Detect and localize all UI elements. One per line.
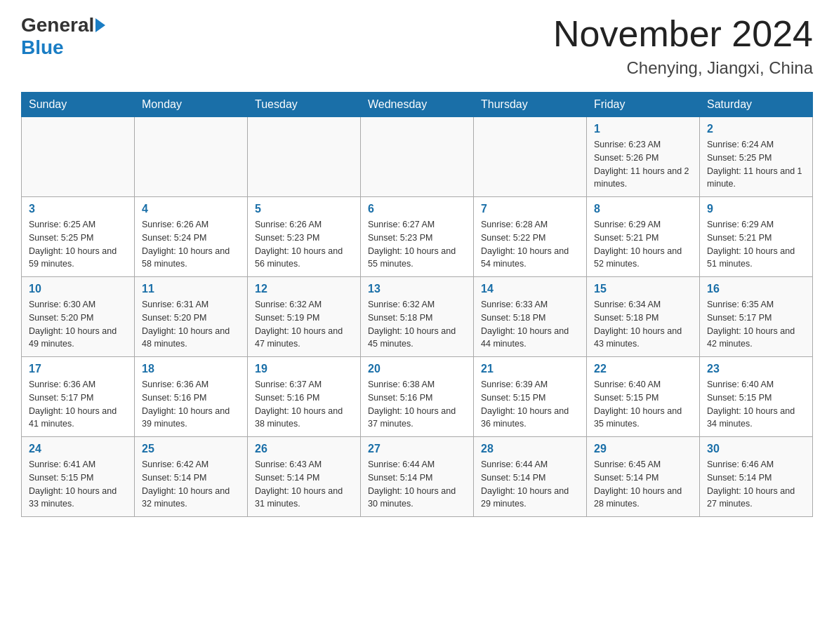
- calendar-cell: 23Sunrise: 6:40 AM Sunset: 5:15 PM Dayli…: [700, 357, 813, 437]
- calendar-week-row: 17Sunrise: 6:36 AM Sunset: 5:17 PM Dayli…: [22, 357, 813, 437]
- day-info: Sunrise: 6:33 AM Sunset: 5:18 PM Dayligh…: [481, 298, 579, 351]
- day-info: Sunrise: 6:37 AM Sunset: 5:16 PM Dayligh…: [255, 378, 353, 431]
- day-of-week-header: Saturday: [700, 93, 813, 117]
- day-info: Sunrise: 6:26 AM Sunset: 5:24 PM Dayligh…: [142, 218, 240, 271]
- day-info: Sunrise: 6:40 AM Sunset: 5:15 PM Dayligh…: [707, 378, 805, 431]
- calendar-cell: 2Sunrise: 6:24 AM Sunset: 5:25 PM Daylig…: [700, 117, 813, 197]
- day-number: 11: [142, 283, 240, 295]
- calendar-cell: 8Sunrise: 6:29 AM Sunset: 5:21 PM Daylig…: [587, 197, 700, 277]
- calendar-cell: 18Sunrise: 6:36 AM Sunset: 5:16 PM Dayli…: [135, 357, 248, 437]
- day-info: Sunrise: 6:44 AM Sunset: 5:14 PM Dayligh…: [368, 458, 466, 511]
- day-info: Sunrise: 6:38 AM Sunset: 5:16 PM Dayligh…: [368, 378, 466, 431]
- day-info: Sunrise: 6:24 AM Sunset: 5:25 PM Dayligh…: [707, 138, 805, 191]
- day-number: 2: [707, 123, 805, 135]
- day-info: Sunrise: 6:34 AM Sunset: 5:18 PM Dayligh…: [594, 298, 692, 351]
- day-info: Sunrise: 6:45 AM Sunset: 5:14 PM Dayligh…: [594, 458, 692, 511]
- calendar-cell: 11Sunrise: 6:31 AM Sunset: 5:20 PM Dayli…: [135, 277, 248, 357]
- calendar-cell: 30Sunrise: 6:46 AM Sunset: 5:14 PM Dayli…: [700, 437, 813, 517]
- day-number: 20: [368, 363, 466, 375]
- day-number: 1: [594, 123, 692, 135]
- calendar-cell: 14Sunrise: 6:33 AM Sunset: 5:18 PM Dayli…: [474, 277, 587, 357]
- day-info: Sunrise: 6:27 AM Sunset: 5:23 PM Dayligh…: [368, 218, 466, 271]
- calendar-cell: 19Sunrise: 6:37 AM Sunset: 5:16 PM Dayli…: [248, 357, 361, 437]
- calendar-cell: [361, 117, 474, 197]
- day-info: Sunrise: 6:32 AM Sunset: 5:18 PM Dayligh…: [368, 298, 466, 351]
- day-number: 9: [707, 203, 805, 215]
- calendar-cell: [135, 117, 248, 197]
- day-info: Sunrise: 6:36 AM Sunset: 5:17 PM Dayligh…: [29, 378, 127, 431]
- calendar-cell: 4Sunrise: 6:26 AM Sunset: 5:24 PM Daylig…: [135, 197, 248, 277]
- day-number: 24: [29, 443, 127, 455]
- calendar-cell: 21Sunrise: 6:39 AM Sunset: 5:15 PM Dayli…: [474, 357, 587, 437]
- page-header: General Blue November 2024 Chenying, Jia…: [21, 14, 813, 78]
- calendar-week-row: 10Sunrise: 6:30 AM Sunset: 5:20 PM Dayli…: [22, 277, 813, 357]
- day-number: 8: [594, 203, 692, 215]
- day-number: 23: [707, 363, 805, 375]
- day-number: 27: [368, 443, 466, 455]
- calendar-cell: 9Sunrise: 6:29 AM Sunset: 5:21 PM Daylig…: [700, 197, 813, 277]
- calendar-table: SundayMondayTuesdayWednesdayThursdayFrid…: [21, 92, 813, 517]
- day-number: 16: [707, 283, 805, 295]
- day-number: 29: [594, 443, 692, 455]
- calendar-cell: 15Sunrise: 6:34 AM Sunset: 5:18 PM Dayli…: [587, 277, 700, 357]
- calendar-cell: [22, 117, 135, 197]
- calendar-cell: 17Sunrise: 6:36 AM Sunset: 5:17 PM Dayli…: [22, 357, 135, 437]
- calendar-cell: 13Sunrise: 6:32 AM Sunset: 5:18 PM Dayli…: [361, 277, 474, 357]
- day-number: 5: [255, 203, 353, 215]
- calendar-cell: 25Sunrise: 6:42 AM Sunset: 5:14 PM Dayli…: [135, 437, 248, 517]
- calendar-cell: 22Sunrise: 6:40 AM Sunset: 5:15 PM Dayli…: [587, 357, 700, 437]
- calendar-cell: 5Sunrise: 6:26 AM Sunset: 5:23 PM Daylig…: [248, 197, 361, 277]
- calendar-cell: 3Sunrise: 6:25 AM Sunset: 5:25 PM Daylig…: [22, 197, 135, 277]
- calendar-cell: 27Sunrise: 6:44 AM Sunset: 5:14 PM Dayli…: [361, 437, 474, 517]
- day-info: Sunrise: 6:32 AM Sunset: 5:19 PM Dayligh…: [255, 298, 353, 351]
- day-info: Sunrise: 6:29 AM Sunset: 5:21 PM Dayligh…: [707, 218, 805, 271]
- day-number: 26: [255, 443, 353, 455]
- calendar-cell: 28Sunrise: 6:44 AM Sunset: 5:14 PM Dayli…: [474, 437, 587, 517]
- calendar-week-row: 1Sunrise: 6:23 AM Sunset: 5:26 PM Daylig…: [22, 117, 813, 197]
- day-info: Sunrise: 6:28 AM Sunset: 5:22 PM Dayligh…: [481, 218, 579, 271]
- day-number: 21: [481, 363, 579, 375]
- day-info: Sunrise: 6:26 AM Sunset: 5:23 PM Dayligh…: [255, 218, 353, 271]
- day-of-week-header: Friday: [587, 93, 700, 117]
- day-number: 17: [29, 363, 127, 375]
- day-of-week-header: Wednesday: [361, 93, 474, 117]
- location-title: Chenying, Jiangxi, China: [553, 58, 813, 78]
- day-info: Sunrise: 6:43 AM Sunset: 5:14 PM Dayligh…: [255, 458, 353, 511]
- day-of-week-header: Thursday: [474, 93, 587, 117]
- logo-blue-text: Blue: [21, 36, 64, 59]
- day-number: 22: [594, 363, 692, 375]
- title-area: November 2024 Chenying, Jiangxi, China: [553, 14, 813, 78]
- calendar-week-row: 24Sunrise: 6:41 AM Sunset: 5:15 PM Dayli…: [22, 437, 813, 517]
- day-info: Sunrise: 6:40 AM Sunset: 5:15 PM Dayligh…: [594, 378, 692, 431]
- logo: General Blue: [21, 14, 107, 59]
- day-of-week-header: Tuesday: [248, 93, 361, 117]
- calendar-cell: 26Sunrise: 6:43 AM Sunset: 5:14 PM Dayli…: [248, 437, 361, 517]
- day-of-week-header: Sunday: [22, 93, 135, 117]
- day-info: Sunrise: 6:36 AM Sunset: 5:16 PM Dayligh…: [142, 378, 240, 431]
- calendar-cell: 12Sunrise: 6:32 AM Sunset: 5:19 PM Dayli…: [248, 277, 361, 357]
- day-number: 30: [707, 443, 805, 455]
- day-number: 3: [29, 203, 127, 215]
- day-number: 15: [594, 283, 692, 295]
- day-number: 7: [481, 203, 579, 215]
- day-info: Sunrise: 6:39 AM Sunset: 5:15 PM Dayligh…: [481, 378, 579, 431]
- day-info: Sunrise: 6:30 AM Sunset: 5:20 PM Dayligh…: [29, 298, 127, 351]
- day-number: 13: [368, 283, 466, 295]
- day-info: Sunrise: 6:23 AM Sunset: 5:26 PM Dayligh…: [594, 138, 692, 191]
- calendar-cell: [248, 117, 361, 197]
- calendar-header-row: SundayMondayTuesdayWednesdayThursdayFrid…: [22, 93, 813, 117]
- calendar-cell: 6Sunrise: 6:27 AM Sunset: 5:23 PM Daylig…: [361, 197, 474, 277]
- day-number: 14: [481, 283, 579, 295]
- calendar-cell: 29Sunrise: 6:45 AM Sunset: 5:14 PM Dayli…: [587, 437, 700, 517]
- calendar-week-row: 3Sunrise: 6:25 AM Sunset: 5:25 PM Daylig…: [22, 197, 813, 277]
- day-info: Sunrise: 6:31 AM Sunset: 5:20 PM Dayligh…: [142, 298, 240, 351]
- day-info: Sunrise: 6:35 AM Sunset: 5:17 PM Dayligh…: [707, 298, 805, 351]
- day-number: 18: [142, 363, 240, 375]
- day-number: 19: [255, 363, 353, 375]
- day-info: Sunrise: 6:41 AM Sunset: 5:15 PM Dayligh…: [29, 458, 127, 511]
- day-number: 25: [142, 443, 240, 455]
- day-info: Sunrise: 6:25 AM Sunset: 5:25 PM Dayligh…: [29, 218, 127, 271]
- day-number: 10: [29, 283, 127, 295]
- day-info: Sunrise: 6:46 AM Sunset: 5:14 PM Dayligh…: [707, 458, 805, 511]
- calendar-cell: [474, 117, 587, 197]
